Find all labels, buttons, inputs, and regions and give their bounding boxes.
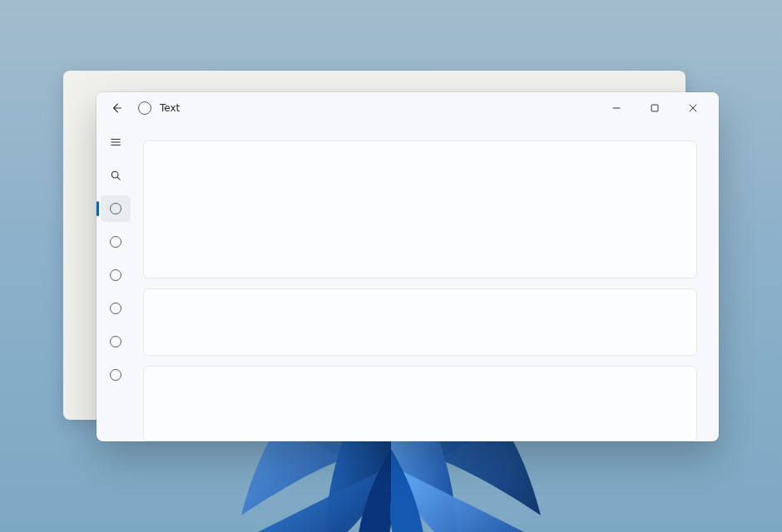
arrow-left-icon xyxy=(111,102,123,114)
placeholder-circle-icon xyxy=(110,336,121,347)
hamburger-icon xyxy=(110,136,121,148)
window-title: Text xyxy=(160,102,180,114)
placeholder-circle-icon xyxy=(110,269,121,281)
app-icon xyxy=(138,101,151,115)
placeholder-circle-icon xyxy=(110,369,121,381)
nav-item-5[interactable] xyxy=(101,328,131,355)
content-area xyxy=(135,124,719,441)
placeholder-circle-icon xyxy=(110,203,121,214)
nav-item-4[interactable] xyxy=(101,295,131,322)
content-card-1 xyxy=(143,140,697,278)
placeholder-circle-icon xyxy=(110,236,121,248)
nav-item-2[interactable] xyxy=(101,229,131,255)
minimize-button[interactable] xyxy=(597,96,636,121)
nav-search[interactable] xyxy=(101,162,131,189)
nav-item-1[interactable] xyxy=(101,195,131,222)
placeholder-circle-icon xyxy=(110,303,121,314)
search-icon xyxy=(110,170,121,181)
navigation-pane xyxy=(97,124,135,441)
titlebar[interactable]: Text xyxy=(97,92,719,124)
content-card-2 xyxy=(143,288,697,357)
nav-item-6[interactable] xyxy=(101,362,131,388)
nav-menu-toggle[interactable] xyxy=(101,129,131,155)
close-button[interactable] xyxy=(674,96,712,121)
svg-rect-1 xyxy=(651,105,658,111)
nav-item-3[interactable] xyxy=(101,262,131,288)
close-icon xyxy=(687,102,699,114)
maximize-icon xyxy=(649,102,661,114)
minimize-icon xyxy=(611,102,622,114)
content-card-3 xyxy=(143,366,697,441)
app-window: Text xyxy=(97,92,719,441)
maximize-button[interactable] xyxy=(636,96,674,121)
back-button[interactable] xyxy=(105,96,130,121)
